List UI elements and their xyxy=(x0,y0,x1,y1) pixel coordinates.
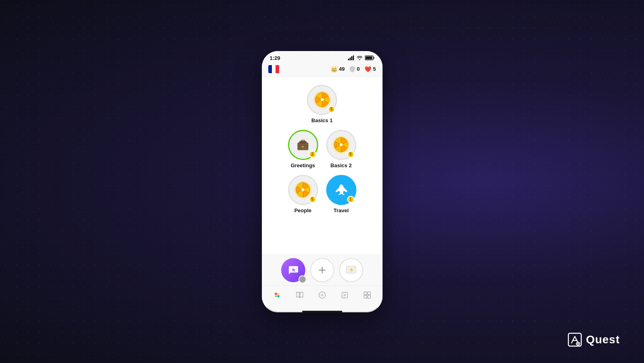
lesson-content: 5 Basics 1 xyxy=(262,77,383,254)
wifi-icon xyxy=(356,55,363,60)
svg-rect-1 xyxy=(350,57,351,60)
svg-point-20 xyxy=(275,293,277,295)
basics2-circle: 5 xyxy=(326,130,356,160)
heart-count: 5 xyxy=(373,66,376,72)
basics2-label: Basics 2 xyxy=(331,162,352,168)
svg-rect-29 xyxy=(368,295,370,298)
crown-icon: 👑 xyxy=(331,66,337,72)
battery-icon xyxy=(365,55,374,60)
svg-rect-14 xyxy=(297,146,308,146)
plus-icon xyxy=(317,265,327,275)
people-label: People xyxy=(294,207,312,213)
lesson-row-1: 5 Basics 1 xyxy=(307,85,337,123)
greetings-circle: 2 xyxy=(288,130,318,160)
add-button[interactable] xyxy=(310,258,334,282)
quest-logo-text: Quest xyxy=(586,333,620,346)
nav-practice[interactable] xyxy=(336,289,353,301)
phone-frame: 1:29 xyxy=(262,51,383,312)
french-flag[interactable] xyxy=(268,65,280,73)
nav-learn[interactable] xyxy=(291,289,308,301)
svg-rect-6 xyxy=(373,57,374,59)
nav-shop[interactable] xyxy=(314,289,331,301)
svg-point-22 xyxy=(275,295,277,297)
svg-point-23 xyxy=(278,293,279,295)
flag-blue xyxy=(268,65,272,73)
bottom-nav xyxy=(262,285,383,308)
signal-icon xyxy=(348,55,354,60)
header-stats: 👑 49 0 ❤️ 5 xyxy=(331,66,376,72)
flag-white xyxy=(272,65,276,73)
lesson-basics1[interactable]: 5 Basics 1 xyxy=(307,85,337,123)
travel-label: Travel xyxy=(333,207,349,213)
shield-count: 0 xyxy=(357,66,360,72)
lesson-travel[interactable]: 1 Travel xyxy=(326,175,356,213)
travel-circle: 1 xyxy=(326,175,356,205)
lesson-row-2: 2 Greetings 5 xyxy=(288,130,356,168)
basics1-circle: 5 xyxy=(307,85,337,115)
chat-icon xyxy=(288,265,299,276)
svg-rect-2 xyxy=(351,56,352,60)
lesson-people[interactable]: 5 People xyxy=(288,175,318,213)
home-icon xyxy=(273,291,282,299)
svg-rect-11 xyxy=(299,141,307,143)
svg-point-21 xyxy=(277,295,280,297)
flash-button[interactable] xyxy=(339,258,363,282)
basics1-badge: 5 xyxy=(328,106,335,113)
lesson-basics2[interactable]: 5 Basics 2 xyxy=(326,130,356,168)
status-time: 1:29 xyxy=(270,55,280,61)
flash-icon xyxy=(345,264,357,276)
chat-button[interactable] xyxy=(281,258,305,282)
greetings-badge: 2 xyxy=(309,151,316,158)
shield-stat: 0 xyxy=(350,66,360,72)
status-icons xyxy=(348,55,374,60)
svg-point-16 xyxy=(339,143,343,146)
nav-home[interactable] xyxy=(269,289,286,301)
pencil-icon xyxy=(340,291,349,299)
quest-logo: Quest xyxy=(568,332,620,347)
people-badge: 5 xyxy=(309,196,316,203)
greetings-label: Greetings xyxy=(291,162,315,168)
crown-stat: 👑 49 xyxy=(331,66,345,72)
greetings-icon xyxy=(295,137,311,153)
flag-red xyxy=(276,65,279,73)
app-header: 👑 49 0 ❤️ 5 xyxy=(262,63,383,77)
svg-rect-3 xyxy=(353,55,354,60)
svg-rect-28 xyxy=(364,295,367,298)
basics2-badge: 5 xyxy=(347,151,354,158)
action-bar xyxy=(262,254,383,285)
lesson-greetings[interactable]: 2 Greetings xyxy=(288,130,318,168)
basics1-label: Basics 1 xyxy=(311,117,333,123)
svg-point-9 xyxy=(320,98,323,101)
svg-rect-27 xyxy=(368,292,370,295)
heart-stat: ❤️ 5 xyxy=(364,66,376,72)
nav-profile[interactable] xyxy=(359,289,376,301)
grid-icon xyxy=(363,291,372,299)
svg-rect-5 xyxy=(365,57,372,59)
heart-icon: ❤️ xyxy=(364,66,371,72)
status-bar: 1:29 xyxy=(262,51,383,63)
svg-rect-0 xyxy=(348,59,349,60)
lesson-row-3: 5 People 1 Travel xyxy=(288,175,356,213)
book-icon xyxy=(295,291,304,299)
travel-badge: 1 xyxy=(347,196,354,203)
svg-rect-12 xyxy=(301,140,305,142)
shield-icon xyxy=(350,66,355,72)
home-bar xyxy=(302,311,342,312)
crown-count: 49 xyxy=(339,66,345,72)
travel-icon xyxy=(332,181,350,199)
people-circle: 5 xyxy=(288,175,318,205)
shop-icon xyxy=(318,291,327,299)
quest-logo-icon xyxy=(568,332,582,347)
svg-rect-26 xyxy=(364,292,367,295)
svg-point-18 xyxy=(301,188,305,191)
